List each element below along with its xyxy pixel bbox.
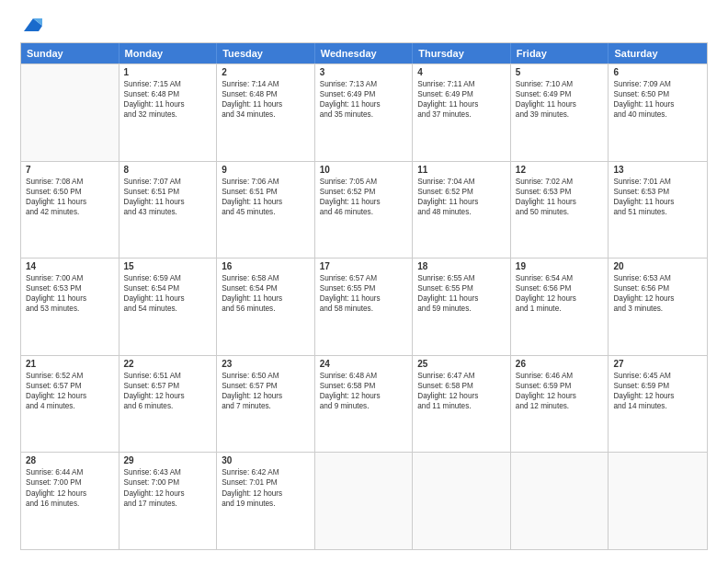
cell-info-line: Sunrise: 7:14 AM [222,79,310,89]
cell-info-line: Sunrise: 7:11 AM [417,79,506,89]
cell-info-line: Sunrise: 7:05 AM [320,177,408,187]
day-number: 27 [613,359,702,369]
calendar-row: 14Sunrise: 7:00 AMSunset: 6:53 PMDayligh… [21,258,707,355]
cell-info-line: and 59 minutes. [417,304,506,314]
cell-info-line: Sunset: 6:53 PM [26,283,114,293]
cell-info-line: and 12 minutes. [516,401,604,411]
calendar-cell [21,64,119,161]
cell-info-line: Daylight: 12 hours [613,293,702,304]
cell-info-line: Sunrise: 7:10 AM [516,79,604,89]
cell-info-line: Sunrise: 6:48 AM [320,371,408,381]
day-number: 19 [516,261,604,271]
cell-info-line: and 58 minutes. [320,304,408,314]
cell-info-line: Sunrise: 6:42 AM [222,467,310,477]
cell-info-line: and 51 minutes. [613,207,702,217]
day-number: 22 [124,359,212,369]
cell-info-line: Daylight: 12 hours [417,391,506,401]
calendar-row: 21Sunrise: 6:52 AMSunset: 6:57 PMDayligh… [21,355,707,453]
cell-info-line: Daylight: 12 hours [516,391,604,401]
calendar-cell: 27Sunrise: 6:45 AMSunset: 6:59 PMDayligh… [609,356,707,453]
cell-info-line: Sunset: 7:01 PM [222,477,310,488]
cell-info-line: Sunrise: 6:50 AM [222,371,310,381]
cell-info-line: Daylight: 11 hours [417,197,506,207]
calendar-cell: 21Sunrise: 6:52 AMSunset: 6:57 PMDayligh… [21,356,119,453]
cell-info-line: Daylight: 12 hours [320,391,408,401]
calendar-body: 1Sunrise: 7:15 AMSunset: 6:48 PMDaylight… [21,63,707,549]
cell-info-line: Sunset: 7:00 PM [26,477,114,488]
cell-info-line: Sunset: 6:58 PM [320,381,408,391]
cell-info-line: Sunrise: 6:45 AM [613,371,702,381]
calendar-cell: 2Sunrise: 7:14 AMSunset: 6:48 PMDaylight… [217,64,315,161]
cell-info-line: Sunset: 6:48 PM [222,89,310,99]
cell-info-line: Daylight: 11 hours [613,197,702,207]
cell-info-line: Sunset: 7:00 PM [124,477,212,488]
cell-info-line: Sunset: 6:48 PM [124,89,212,99]
cell-info-line: Sunrise: 7:01 AM [613,177,702,187]
cell-info-line: and 4 minutes. [26,401,114,411]
cell-info-line: Sunset: 6:50 PM [613,89,702,99]
day-number: 23 [222,359,310,369]
cell-info-line: and 7 minutes. [222,401,310,411]
day-number: 9 [222,165,310,175]
cell-info-line: and 35 minutes. [320,109,408,120]
calendar-cell: 12Sunrise: 7:02 AMSunset: 6:53 PMDayligh… [511,162,609,259]
day-number: 26 [516,359,604,369]
day-number: 17 [320,261,408,271]
logo-icon [22,17,42,33]
cell-info-line: Sunset: 6:59 PM [516,381,604,391]
day-number: 5 [516,67,604,77]
cell-info-line: Sunset: 6:54 PM [124,283,212,293]
cell-info-line: Daylight: 12 hours [516,293,604,304]
cell-info-line: Daylight: 11 hours [417,99,506,109]
cell-info-line: Daylight: 11 hours [124,293,212,304]
cell-info-line: Sunrise: 6:59 AM [124,273,212,283]
calendar-row: 28Sunrise: 6:44 AMSunset: 7:00 PMDayligh… [21,452,707,549]
cell-info-line: and 9 minutes. [320,401,408,411]
day-number: 10 [320,165,408,175]
day-number: 25 [417,359,506,369]
header-day: Wednesday [315,43,414,63]
cell-info-line: Sunrise: 6:44 AM [26,467,114,477]
cell-info-line: and 54 minutes. [124,304,212,314]
cell-info-line: Sunset: 6:49 PM [417,89,506,99]
calendar-cell: 29Sunrise: 6:43 AMSunset: 7:00 PMDayligh… [119,453,218,549]
calendar-cell: 16Sunrise: 6:58 AMSunset: 6:54 PMDayligh… [217,259,315,355]
cell-info-line: Daylight: 11 hours [417,293,506,304]
cell-info-line: Sunrise: 7:00 AM [26,273,114,283]
day-number: 1 [124,67,212,77]
day-number: 12 [516,165,604,175]
cell-info-line: Sunrise: 6:58 AM [222,273,310,283]
cell-info-line: Sunrise: 7:04 AM [417,177,506,187]
cell-info-line: Sunrise: 6:52 AM [26,371,114,381]
cell-info-line: Daylight: 12 hours [222,391,310,401]
cell-info-line: Daylight: 11 hours [124,197,212,207]
cell-info-line: Sunrise: 7:06 AM [222,177,310,187]
cell-info-line: Sunset: 6:52 PM [320,187,408,197]
day-number: 11 [417,165,506,175]
cell-info-line: Sunset: 6:58 PM [417,381,506,391]
calendar-row: 7Sunrise: 7:08 AMSunset: 6:50 PMDaylight… [21,161,707,259]
page: SundayMondayTuesdayWednesdayThursdayFrid… [0,0,728,563]
day-number: 3 [320,67,408,77]
cell-info-line: Daylight: 11 hours [320,293,408,304]
cell-info-line: Daylight: 11 hours [26,293,114,304]
cell-info-line: Sunrise: 6:47 AM [417,371,506,381]
calendar-cell: 17Sunrise: 6:57 AMSunset: 6:55 PMDayligh… [315,259,414,355]
calendar-cell: 1Sunrise: 7:15 AMSunset: 6:48 PMDaylight… [119,64,218,161]
header-day: Tuesday [217,43,315,63]
cell-info-line: Sunrise: 6:43 AM [124,467,212,477]
calendar-cell [609,453,707,549]
day-number: 20 [613,261,702,271]
cell-info-line: and 43 minutes. [124,207,212,217]
cell-info-line: and 1 minute. [516,304,604,314]
cell-info-line: Sunset: 6:52 PM [417,187,506,197]
cell-info-line: Daylight: 12 hours [26,488,114,499]
calendar-cell [315,453,414,549]
cell-info-line: and 48 minutes. [417,207,506,217]
header-day: Monday [119,43,218,63]
cell-info-line: Sunset: 6:57 PM [124,381,212,391]
day-number: 28 [26,455,114,465]
calendar-cell: 20Sunrise: 6:53 AMSunset: 6:56 PMDayligh… [609,259,707,355]
cell-info-line: Daylight: 11 hours [516,99,604,109]
header-day: Thursday [413,43,511,63]
